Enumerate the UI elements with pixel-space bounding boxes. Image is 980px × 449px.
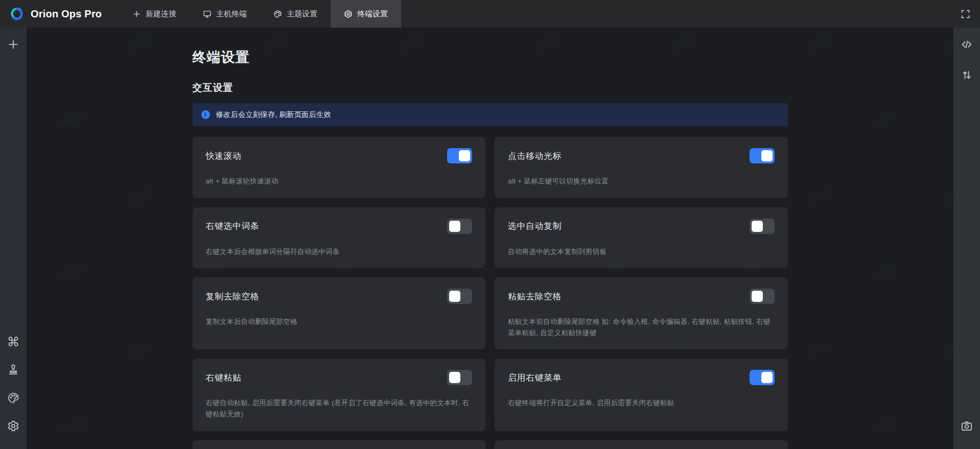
toggle-knob — [459, 150, 470, 161]
setting-desc: 右键自动粘贴, 启用后需要关闭右键菜单 (若开启了右键选中词条, 有选中的文本时… — [206, 397, 473, 419]
page-title: 终端设置 — [193, 48, 788, 66]
setting-desc: alt + 鼠标滚轮快速滚动 — [206, 176, 473, 187]
card-word-separator: 单词分隔符 — [495, 440, 788, 449]
toggle-copy-trim-space[interactable] — [447, 289, 472, 304]
top-nav-tabs: 新建连接 主机终端 主题设置 终端设置 — [119, 0, 401, 28]
brand: Orion Ops Pro — [0, 0, 109, 28]
tab-new-connection[interactable]: 新建连接 — [119, 0, 190, 28]
theme-button[interactable] — [6, 390, 21, 406]
info-icon: i — [201, 110, 210, 119]
screenshot-button[interactable] — [959, 418, 974, 434]
tab-theme-settings[interactable]: 主题设置 — [260, 0, 331, 28]
setting-title: 快速滚动 — [206, 150, 242, 162]
toggle-click-move-cursor[interactable] — [750, 148, 775, 163]
setting-desc: 右键文本后会根据单词分隔符自动选中词条 — [206, 246, 473, 257]
palette-icon — [7, 392, 19, 404]
setting-desc: 复制文本后自动删除尾部空格 — [206, 316, 473, 327]
toggle-knob — [449, 372, 460, 383]
toggle-right-click-select-word[interactable] — [447, 219, 472, 234]
setting-title: 右键粘贴 — [206, 372, 242, 384]
seal-button[interactable] — [6, 362, 21, 377]
new-connection-button[interactable] — [6, 37, 21, 52]
card-context-menu: 启用右键菜单 右键终端将打开自定义菜单, 启用后需要关闭右键粘贴 — [495, 359, 788, 431]
monitor-icon — [203, 10, 212, 18]
card-right-click-select-word: 右键选中词条 右键文本后会根据单词分隔符自动选中词条 — [193, 207, 486, 269]
right-sidebar — [953, 28, 980, 449]
toggle-select-auto-copy[interactable] — [750, 219, 775, 234]
command-icon: ⌘ — [7, 336, 20, 348]
setting-title: 粘贴去除空格 — [508, 291, 562, 302]
section-title: 交互设置 — [193, 81, 788, 94]
toggle-knob — [761, 150, 773, 161]
setting-title: 复制去除空格 — [206, 291, 260, 302]
top-bar: Orion Ops Pro 新建连接 主机终端 主题设置 终端设置 — [0, 0, 980, 28]
settings-grid: 快速滚动 alt + 鼠标滚轮快速滚动 点击移动光标 alt + 鼠标左键可以切… — [193, 137, 788, 449]
setting-desc: 自动将选中的文本复制到剪切板 — [508, 246, 775, 257]
toggle-knob — [752, 291, 763, 302]
info-alert-text: 修改后会立刻保存, 刷新页面后生效 — [216, 110, 332, 120]
card-right-click-paste: 右键粘贴 右键自动粘贴, 启用后需要关闭右键菜单 (若开启了右键选中词条, 有选… — [193, 359, 486, 431]
palette-icon — [273, 10, 282, 18]
setting-title: 右键选中词条 — [206, 220, 260, 232]
card-click-move-cursor: 点击移动光标 alt + 鼠标左键可以切换光标位置 — [495, 137, 788, 198]
plus-icon — [7, 38, 19, 51]
card-bell: 启用响铃 系统接收到\a时发出响铃(一般不用开启) — [193, 440, 486, 449]
code-icon — [961, 38, 973, 51]
main-panel: adminadminadminadminadminadminadminadmin… — [27, 28, 953, 449]
card-select-auto-copy: 选中自动复制 自动将选中的文本复制到剪切板 — [495, 207, 788, 269]
tab-terminal-settings[interactable]: 终端设置 — [331, 0, 401, 28]
setting-desc: alt + 鼠标左键可以切换光标位置 — [508, 176, 775, 187]
info-alert: i 修改后会立刻保存, 刷新页面后生效 — [193, 103, 788, 126]
camera-icon — [961, 420, 973, 432]
tab-host-terminal[interactable]: 主机终端 — [190, 0, 260, 28]
toggle-knob — [761, 372, 773, 383]
app-logo-icon — [8, 5, 26, 22]
toggle-context-menu[interactable] — [750, 370, 775, 385]
gear-icon — [7, 420, 19, 432]
setting-desc: 粘贴文本前自动删除尾部空格 如: 命令输入框, 命令编辑器, 右键粘贴, 粘贴按… — [508, 316, 775, 338]
left-sidebar: ⌘ — [0, 28, 27, 449]
swap-vertical-icon — [961, 69, 973, 81]
card-paste-trim-space: 粘贴去除空格 粘贴文本前自动删除尾部空格 如: 命令输入框, 命令编辑器, 右键… — [495, 277, 788, 349]
toggle-paste-trim-space[interactable] — [750, 289, 775, 304]
card-copy-trim-space: 复制去除空格 复制文本后自动删除尾部空格 — [193, 277, 486, 349]
code-view-button[interactable] — [959, 37, 974, 52]
gear-icon — [344, 10, 353, 18]
toggle-fast-scroll[interactable] — [447, 148, 472, 163]
transfer-button[interactable] — [959, 67, 974, 83]
fullscreen-icon[interactable] — [960, 9, 971, 19]
toggle-right-click-paste[interactable] — [447, 370, 472, 385]
toggle-knob — [449, 221, 460, 232]
command-snippets-button[interactable]: ⌘ — [6, 334, 21, 349]
app-title: Orion Ops Pro — [31, 8, 102, 20]
stamp-icon — [7, 364, 19, 376]
toggle-knob — [449, 291, 460, 302]
setting-title: 选中自动复制 — [508, 220, 562, 232]
setting-desc: 右键终端将打开自定义菜单, 启用后需要关闭右键粘贴 — [508, 397, 775, 409]
card-fast-scroll: 快速滚动 alt + 鼠标滚轮快速滚动 — [193, 137, 486, 198]
toggle-knob — [752, 221, 763, 232]
setting-title: 点击移动光标 — [508, 150, 562, 162]
setting-title: 启用右键菜单 — [508, 372, 562, 384]
settings-button[interactable] — [6, 418, 21, 434]
plus-icon — [132, 10, 141, 18]
